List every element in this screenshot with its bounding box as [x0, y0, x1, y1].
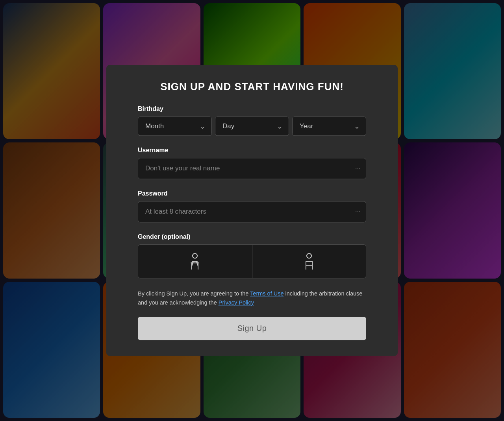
year-select[interactable]: Year 202420232022 201520102005 200019951… — [292, 116, 366, 136]
month-select-wrapper: Month JanuaryFebruaryMarch AprilMayJune … — [138, 116, 212, 136]
gender-label: Gender (optional) — [138, 233, 366, 240]
month-select[interactable]: Month JanuaryFebruaryMarch AprilMayJune … — [138, 116, 212, 136]
password-options-icon[interactable]: ⋯ — [355, 209, 361, 215]
username-label: Username — [138, 147, 366, 154]
gender-row — [138, 244, 366, 278]
birthday-label: Birthday — [138, 105, 366, 113]
modal-title: SIGN UP AND START HAVING FUN! — [138, 81, 366, 93]
terms-of-use-link[interactable]: Terms of Use — [250, 290, 284, 297]
gender-female-button[interactable] — [138, 245, 252, 278]
birthday-row: Month JanuaryFebruaryMarch AprilMayJune … — [138, 116, 366, 136]
birthday-group: Birthday Month JanuaryFebruaryMarch Apri… — [138, 105, 366, 136]
legal-text: By clicking Sign Up, you are agreeing to… — [138, 289, 366, 307]
gender-group: Gender (optional) — [138, 233, 366, 278]
female-person-icon — [188, 253, 202, 270]
username-input[interactable] — [138, 158, 366, 179]
username-group: Username ⋯ — [138, 147, 366, 179]
svg-point-0 — [193, 253, 197, 258]
year-select-wrapper: Year 202420232022 201520102005 200019951… — [292, 116, 366, 136]
legal-before-link1: By clicking Sign Up, you are agreeing to… — [138, 290, 250, 297]
password-input-wrapper: ⋯ — [138, 201, 366, 222]
username-input-wrapper: ⋯ — [138, 158, 366, 179]
day-select[interactable]: Day 1234 5678 9101112 13141516 17181920 … — [215, 116, 289, 136]
signup-button[interactable]: Sign Up — [138, 317, 366, 340]
privacy-policy-link[interactable]: Privacy Policy — [219, 300, 254, 306]
gender-male-button[interactable] — [252, 245, 366, 278]
male-person-icon — [302, 253, 316, 270]
svg-point-1 — [307, 253, 311, 258]
signup-modal: SIGN UP AND START HAVING FUN! Birthday M… — [106, 65, 398, 356]
day-select-wrapper: Day 1234 5678 9101112 13141516 17181920 … — [215, 116, 289, 136]
password-label: Password — [138, 190, 366, 197]
username-options-icon[interactable]: ⋯ — [355, 165, 361, 172]
password-input[interactable] — [138, 201, 366, 222]
password-group: Password ⋯ — [138, 190, 366, 222]
